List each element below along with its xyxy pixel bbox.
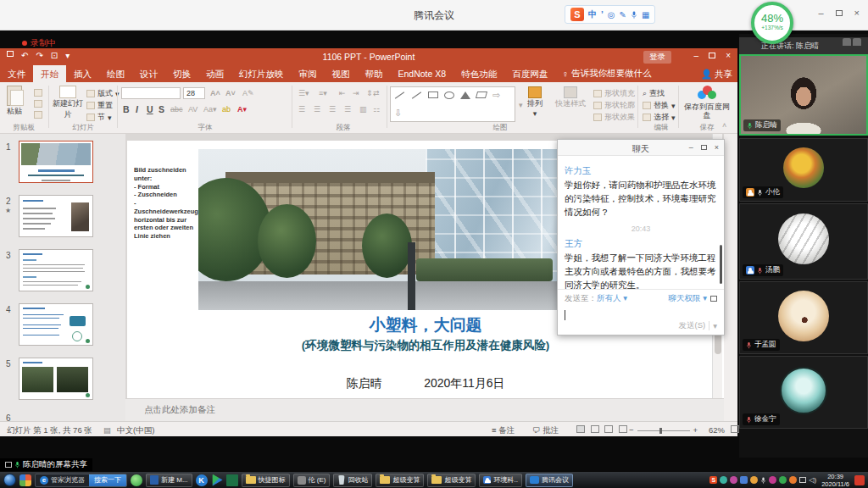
slide-thumbnail-5[interactable] <box>19 358 93 400</box>
slide-thumbnail-4[interactable] <box>19 303 93 346</box>
align-right-icon[interactable]: ☰ <box>329 105 336 114</box>
paste-button[interactable]: 粘贴 <box>7 86 22 117</box>
tab-view[interactable]: 视图 <box>325 65 358 82</box>
sogou-logo-icon[interactable]: S <box>570 8 584 21</box>
minimize-icon[interactable]: – <box>818 8 823 18</box>
font-name-input[interactable] <box>121 87 181 99</box>
excel-icon[interactable] <box>226 474 238 486</box>
line-spacing-icon[interactable]: ⇕ <box>366 89 373 97</box>
task-folder-2[interactable]: 超级变算 <box>427 474 476 487</box>
start-button[interactable] <box>3 474 16 486</box>
chat-close-icon[interactable]: × <box>715 143 719 152</box>
ime-emoji-icon[interactable]: ◎ <box>608 10 615 19</box>
new-slide-button[interactable]: 新建幻灯片 <box>53 86 83 120</box>
tab-baidu[interactable]: 百度网盘 <box>504 65 555 82</box>
smartart-icon[interactable]: ⚏ <box>373 105 380 114</box>
ppt-close-icon[interactable]: × <box>726 51 731 60</box>
arrange-button[interactable]: 排列 ▾ <box>527 86 542 118</box>
spellcheck-icon[interactable]: ▤ <box>103 425 111 435</box>
volume-icon[interactable]: ◁) <box>809 476 816 484</box>
slide-subtitle[interactable]: (环境微塑料与污染物的相互作用及潜在健康风险) <box>181 338 670 353</box>
ppt-minimize-icon[interactable]: – <box>694 51 699 60</box>
task-tencent-meeting[interactable]: 腾讯会议 <box>526 474 573 487</box>
sign-in-button[interactable]: 登录 <box>643 51 671 64</box>
format-painter-icon[interactable] <box>34 111 42 119</box>
share-button[interactable]: 👤共享 <box>701 65 732 82</box>
tab-help[interactable]: 帮助 <box>358 65 391 82</box>
tab-animations[interactable]: 动画 <box>198 65 231 82</box>
task-quick-icons[interactable]: 快捷图标 <box>242 474 290 487</box>
tab-insert[interactable]: 插入 <box>66 65 99 82</box>
shape-line-icon[interactable] <box>395 92 404 98</box>
slide-thumbnail-panel[interactable]: 1 2 ★ 3 <box>0 134 125 421</box>
tray-icon-1[interactable] <box>720 476 727 484</box>
chat-permission-select[interactable]: 聊天权限 ▾ <box>669 293 707 304</box>
layout-button[interactable]: 版式 ▾ <box>86 88 120 99</box>
video-tile-tangpeng[interactable]: 汤鹏 <box>739 203 868 280</box>
send-button[interactable]: 发送(S)▾ <box>679 320 717 331</box>
tab-design[interactable]: 设计 <box>132 65 165 82</box>
shape-fill-button[interactable]: 形状填充 <box>593 88 635 99</box>
layout-switch-icons[interactable] <box>843 38 861 46</box>
video-tile-xujinning[interactable]: 徐金宁 <box>739 356 868 429</box>
task-folder-1[interactable]: 超级变算 <box>376 474 424 487</box>
shapes-gallery[interactable]: ⇨ ⇩ <box>390 86 515 122</box>
tab-home[interactable]: 开始 <box>33 65 66 82</box>
shape-rect-icon[interactable] <box>428 92 438 98</box>
section-button[interactable]: 节 ▾ <box>86 112 112 123</box>
chat-restore-icon[interactable] <box>701 145 707 150</box>
reset-button[interactable]: 重置 <box>86 100 113 111</box>
tray-icon-6[interactable] <box>789 476 797 484</box>
quick-styles-button[interactable]: 快速样式 <box>555 86 586 109</box>
network-tray-icon[interactable] <box>799 477 806 483</box>
tab-review[interactable]: 审阅 <box>292 65 325 82</box>
shadow-button[interactable]: S <box>159 104 164 114</box>
close-icon[interactable]: × <box>854 8 860 18</box>
ime-toolbar[interactable]: S 中 ’ ◎ ✎ ▦ <box>565 5 655 24</box>
tray-icon-3[interactable] <box>740 476 748 484</box>
bold-button[interactable]: B <box>123 104 130 114</box>
notification-icon[interactable] <box>854 475 865 485</box>
underline-button[interactable]: U <box>147 104 153 114</box>
ppt-restore-icon[interactable] <box>709 53 715 58</box>
highlight-icon[interactable]: ab <box>222 105 231 114</box>
tray-shield-icon[interactable] <box>779 476 787 484</box>
slideshow-view-icon[interactable] <box>619 425 627 433</box>
shape-arrow-icon[interactable]: ⇨ <box>492 90 500 101</box>
font-size-input[interactable]: 28 <box>183 87 205 99</box>
language-label[interactable]: 中文(中国) <box>117 425 154 436</box>
sogou-browser-icon[interactable] <box>19 474 31 486</box>
indent-decrease-icon[interactable]: ⇤ <box>339 89 346 97</box>
chat-minimize-icon[interactable]: – <box>689 143 693 152</box>
video-tile-yumengyuan[interactable]: 于孟圆 <box>739 281 868 354</box>
restore-icon[interactable] <box>836 10 843 16</box>
tab-special[interactable]: 特色功能 <box>453 65 504 82</box>
case-icon[interactable]: Aa▾ <box>203 105 217 114</box>
columns-icon[interactable]: ▥ <box>359 105 367 114</box>
task-new-doc[interactable]: 新建 M... <box>146 474 192 487</box>
shape-effects-button[interactable]: 形状效果 <box>593 112 635 123</box>
slide-crop-note[interactable]: Bild zuschneiden unter: - Format - Zusch… <box>134 166 195 241</box>
slide-thumbnail-3[interactable] <box>19 249 93 291</box>
tray-mic-icon[interactable] <box>760 476 766 485</box>
italic-button[interactable]: I <box>136 104 138 114</box>
tell-me-box[interactable]: ♀告诉我你想要做什么 <box>555 65 658 82</box>
ime-mode-icon[interactable]: 中 <box>588 8 597 20</box>
sorter-view-icon[interactable] <box>591 425 599 433</box>
kugou-icon[interactable]: K <box>196 474 208 486</box>
zoom-percent[interactable]: 62% <box>709 425 725 435</box>
network-usage-badge[interactable]: 48% +137%/s <box>751 2 793 44</box>
tray-icon-4[interactable] <box>750 476 758 484</box>
cut-icon[interactable] <box>34 89 42 97</box>
popout-icon[interactable] <box>710 296 717 302</box>
screen-share-banner[interactable]: 陈启晴的屏幕共享 <box>0 458 92 471</box>
shape-outline-button[interactable]: 形状轮廓 <box>593 100 635 111</box>
tab-file[interactable]: 文件 <box>0 65 33 82</box>
search-text[interactable]: 管家浏览器 <box>51 475 85 485</box>
taskbar-search[interactable]: e管家浏览器 搜索一下 <box>35 474 127 487</box>
copy-icon[interactable] <box>34 100 42 108</box>
shape-parallelogram-icon[interactable] <box>476 92 487 98</box>
shrink-font-icon[interactable]: A˅ <box>225 89 236 97</box>
tab-draw[interactable]: 绘图 <box>99 65 132 82</box>
clear-format-icon[interactable]: A✎ <box>242 89 254 97</box>
